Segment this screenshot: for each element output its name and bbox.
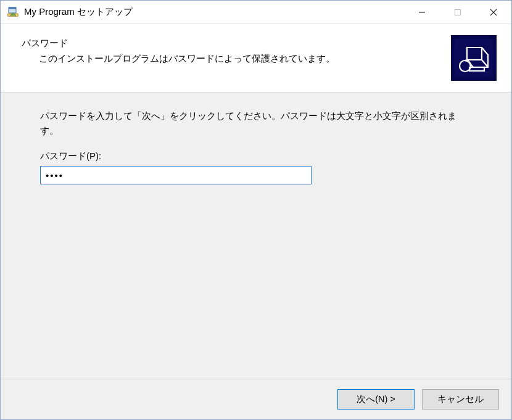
wizard-body: パスワードを入力して「次へ」をクリックしてください。パスワードは大文字と小文字が… — [1, 93, 511, 379]
installer-graphic-icon — [451, 35, 497, 81]
svg-rect-1 — [9, 7, 16, 9]
minimize-button[interactable] — [404, 1, 440, 23]
next-button-label: 次へ(N) > — [357, 393, 395, 405]
instruction-text: パスワードを入力して「次へ」をクリックしてください。パスワードは大文字と小文字が… — [40, 109, 472, 138]
wizard-header-text: パスワード このインストールプログラムはパスワードによって保護されています。 — [22, 35, 451, 65]
cancel-button[interactable]: キャンセル — [422, 389, 499, 410]
wizard-step-subtitle: このインストールプログラムはパスワードによって保護されています。 — [22, 53, 451, 65]
titlebar: My Program セットアップ — [1, 1, 511, 24]
cancel-button-label: キャンセル — [437, 393, 484, 405]
svg-rect-4 — [455, 9, 461, 15]
window-title: My Program セットアップ — [24, 6, 133, 18]
close-button[interactable] — [476, 1, 511, 23]
wizard-step-title: パスワード — [22, 38, 451, 49]
maximize-button — [440, 1, 476, 23]
installer-icon — [7, 6, 19, 19]
next-button[interactable]: 次へ(N) > — [337, 389, 415, 410]
wizard-footer: 次へ(N) > キャンセル — [1, 379, 511, 419]
password-input[interactable] — [40, 166, 312, 184]
wizard-header: パスワード このインストールプログラムはパスワードによって保護されています。 — [1, 24, 511, 93]
installer-window: My Program セットアップ パスワード このインストールプログラムはパス… — [0, 0, 512, 420]
password-label: パスワード(P): — [40, 150, 472, 162]
